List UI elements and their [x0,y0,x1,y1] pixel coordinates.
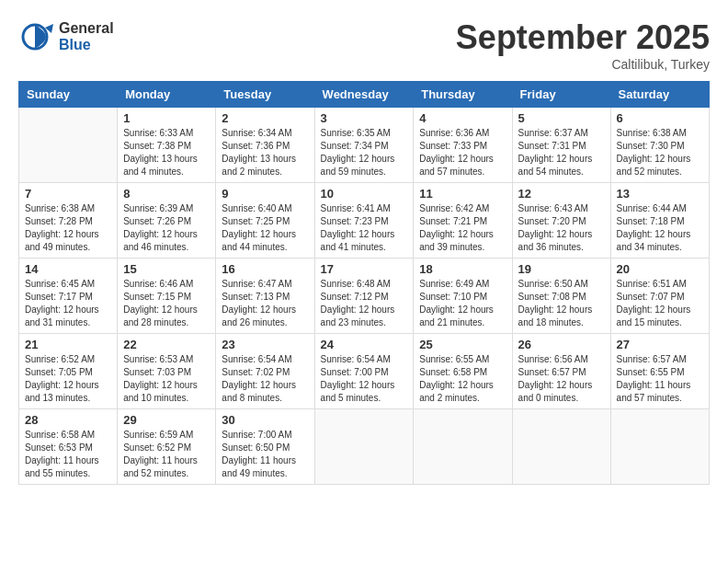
weekday-header-friday: Friday [512,82,610,108]
calendar-cell: 6Sunrise: 6:38 AM Sunset: 7:30 PM Daylig… [610,108,709,183]
calendar-header-row: SundayMondayTuesdayWednesdayThursdayFrid… [19,82,710,108]
day-info: Sunrise: 6:42 AM Sunset: 7:21 PM Dayligh… [419,202,506,254]
calendar-cell: 16Sunrise: 6:47 AM Sunset: 7:13 PM Dayli… [216,259,314,334]
calendar-week-row: 1Sunrise: 6:33 AM Sunset: 7:38 PM Daylig… [19,108,710,183]
calendar-cell: 14Sunrise: 6:45 AM Sunset: 7:17 PM Dayli… [19,259,118,334]
weekday-header-saturday: Saturday [610,82,709,108]
title-block: September 2025 Caltilibuk, Turkey [456,18,710,72]
day-number: 14 [25,262,111,276]
day-info: Sunrise: 6:59 AM Sunset: 6:52 PM Dayligh… [123,429,210,480]
calendar-cell: 21Sunrise: 6:52 AM Sunset: 7:05 PM Dayli… [19,334,118,409]
day-number: 30 [222,413,308,427]
calendar-cell: 1Sunrise: 6:33 AM Sunset: 7:38 PM Daylig… [118,108,216,183]
day-info: Sunrise: 6:46 AM Sunset: 7:15 PM Dayligh… [123,278,210,329]
day-info: Sunrise: 6:34 AM Sunset: 7:36 PM Dayligh… [222,127,308,178]
day-info: Sunrise: 6:48 AM Sunset: 7:12 PM Dayligh… [321,278,408,329]
calendar-week-row: 21Sunrise: 6:52 AM Sunset: 7:05 PM Dayli… [19,334,710,409]
day-info: Sunrise: 6:52 AM Sunset: 7:05 PM Dayligh… [25,353,111,405]
calendar-cell: 13Sunrise: 6:44 AM Sunset: 7:18 PM Dayli… [610,183,709,259]
calendar-cell [512,409,610,485]
calendar-table: SundayMondayTuesdayWednesdayThursdayFrid… [18,81,710,485]
calendar-cell: 28Sunrise: 6:58 AM Sunset: 6:53 PM Dayli… [19,409,118,485]
day-number: 29 [123,413,210,427]
day-number: 13 [617,187,703,201]
month-title: September 2025 [456,18,710,57]
calendar-cell: 22Sunrise: 6:53 AM Sunset: 7:03 PM Dayli… [118,334,216,409]
day-number: 2 [222,111,308,125]
day-number: 11 [419,187,506,201]
day-info: Sunrise: 6:38 AM Sunset: 7:30 PM Dayligh… [617,127,703,178]
calendar-cell: 4Sunrise: 6:36 AM Sunset: 7:33 PM Daylig… [414,108,512,183]
day-info: Sunrise: 6:49 AM Sunset: 7:10 PM Dayligh… [419,278,506,329]
day-number: 23 [222,338,308,351]
logo: General Blue [18,18,114,55]
day-number: 25 [419,338,506,351]
weekday-header-tuesday: Tuesday [216,82,314,108]
calendar-cell: 7Sunrise: 6:38 AM Sunset: 7:28 PM Daylig… [19,183,118,259]
calendar-cell: 29Sunrise: 6:59 AM Sunset: 6:52 PM Dayli… [118,409,216,485]
calendar-cell [314,409,414,485]
calendar-week-row: 28Sunrise: 6:58 AM Sunset: 6:53 PM Dayli… [19,409,710,485]
day-number: 17 [321,262,408,276]
day-number: 5 [518,111,605,125]
day-info: Sunrise: 6:58 AM Sunset: 6:53 PM Dayligh… [25,429,111,480]
day-info: Sunrise: 6:55 AM Sunset: 6:58 PM Dayligh… [419,353,506,405]
day-info: Sunrise: 6:53 AM Sunset: 7:03 PM Dayligh… [123,353,210,405]
day-number: 16 [222,262,308,276]
day-number: 7 [25,187,111,201]
day-number: 12 [518,187,605,201]
calendar-cell: 15Sunrise: 6:46 AM Sunset: 7:15 PM Dayli… [118,259,216,334]
day-info: Sunrise: 6:39 AM Sunset: 7:26 PM Dayligh… [123,202,210,254]
calendar-cell: 18Sunrise: 6:49 AM Sunset: 7:10 PM Dayli… [414,259,512,334]
day-info: Sunrise: 6:43 AM Sunset: 7:20 PM Dayligh… [518,202,605,254]
day-number: 20 [617,262,703,276]
calendar-cell: 10Sunrise: 6:41 AM Sunset: 7:23 PM Dayli… [314,183,414,259]
day-info: Sunrise: 6:41 AM Sunset: 7:23 PM Dayligh… [321,202,408,254]
calendar-cell: 11Sunrise: 6:42 AM Sunset: 7:21 PM Dayli… [414,183,512,259]
calendar-cell [414,409,512,485]
calendar-cell: 23Sunrise: 6:54 AM Sunset: 7:02 PM Dayli… [216,334,314,409]
day-number: 28 [25,413,111,427]
day-number: 26 [518,338,605,351]
day-number: 15 [123,262,210,276]
location-text: Caltilibuk, Turkey [456,57,710,72]
calendar-week-row: 7Sunrise: 6:38 AM Sunset: 7:28 PM Daylig… [19,183,710,259]
calendar-cell: 5Sunrise: 6:37 AM Sunset: 7:31 PM Daylig… [512,108,610,183]
weekday-header-monday: Monday [118,82,216,108]
day-info: Sunrise: 6:40 AM Sunset: 7:25 PM Dayligh… [222,202,308,254]
day-info: Sunrise: 6:56 AM Sunset: 6:57 PM Dayligh… [518,353,605,405]
calendar-cell: 24Sunrise: 6:54 AM Sunset: 7:00 PM Dayli… [314,334,414,409]
calendar-cell: 25Sunrise: 6:55 AM Sunset: 6:58 PM Dayli… [414,334,512,409]
calendar-cell: 26Sunrise: 6:56 AM Sunset: 6:57 PM Dayli… [512,334,610,409]
weekday-header-sunday: Sunday [19,82,118,108]
calendar-cell: 17Sunrise: 6:48 AM Sunset: 7:12 PM Dayli… [314,259,414,334]
calendar-cell: 27Sunrise: 6:57 AM Sunset: 6:55 PM Dayli… [610,334,709,409]
day-number: 8 [123,187,210,201]
calendar-cell: 3Sunrise: 6:35 AM Sunset: 7:34 PM Daylig… [314,108,414,183]
day-number: 3 [321,111,408,125]
day-number: 4 [419,111,506,125]
calendar-cell: 19Sunrise: 6:50 AM Sunset: 7:08 PM Dayli… [512,259,610,334]
calendar-week-row: 14Sunrise: 6:45 AM Sunset: 7:17 PM Dayli… [19,259,710,334]
calendar-cell: 30Sunrise: 7:00 AM Sunset: 6:50 PM Dayli… [216,409,314,485]
day-number: 21 [25,338,111,351]
logo-blue-text: Blue [59,37,114,53]
day-info: Sunrise: 6:33 AM Sunset: 7:38 PM Dayligh… [123,127,210,178]
day-number: 22 [123,338,210,351]
day-info: Sunrise: 6:37 AM Sunset: 7:31 PM Dayligh… [518,127,605,178]
weekday-header-wednesday: Wednesday [314,82,414,108]
day-info: Sunrise: 6:35 AM Sunset: 7:34 PM Dayligh… [321,127,408,178]
day-info: Sunrise: 7:00 AM Sunset: 6:50 PM Dayligh… [222,429,308,480]
calendar-cell: 2Sunrise: 6:34 AM Sunset: 7:36 PM Daylig… [216,108,314,183]
day-info: Sunrise: 6:47 AM Sunset: 7:13 PM Dayligh… [222,278,308,329]
calendar-cell: 8Sunrise: 6:39 AM Sunset: 7:26 PM Daylig… [118,183,216,259]
day-info: Sunrise: 6:38 AM Sunset: 7:28 PM Dayligh… [25,202,111,254]
day-number: 6 [617,111,703,125]
day-info: Sunrise: 6:36 AM Sunset: 7:33 PM Dayligh… [419,127,506,178]
calendar-cell: 20Sunrise: 6:51 AM Sunset: 7:07 PM Dayli… [610,259,709,334]
weekday-header-thursday: Thursday [414,82,512,108]
logo-general-text: General [59,20,114,37]
calendar-cell: 9Sunrise: 6:40 AM Sunset: 7:25 PM Daylig… [216,183,314,259]
calendar-cell [610,409,709,485]
day-number: 19 [518,262,605,276]
